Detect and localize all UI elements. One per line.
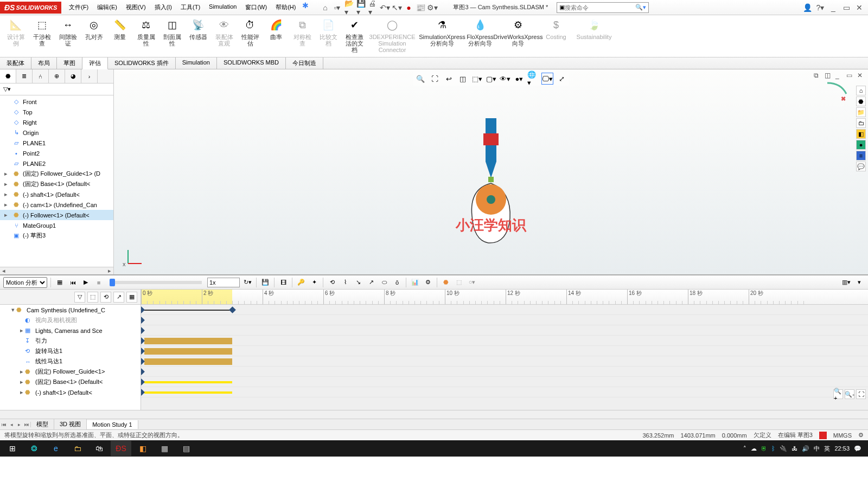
select-icon[interactable]: ↖▾ xyxy=(392,3,401,12)
damper-icon[interactable]: ↘ xyxy=(353,277,363,288)
close-icon[interactable]: ✕ xyxy=(855,3,864,12)
ribbon-曲率[interactable]: 🌈曲率 xyxy=(264,16,289,41)
anim-wizard-icon[interactable]: 🎞 xyxy=(278,277,289,288)
mt-btn4[interactable]: ↗ xyxy=(113,292,124,303)
command-search[interactable]: ▣ 🔍▾ xyxy=(557,2,649,13)
tray-cloud-icon[interactable]: ☁ xyxy=(751,445,757,452)
pin-icon[interactable]: ✱ xyxy=(301,1,310,10)
tree-PLANE2[interactable]: ▱PLANE2 xyxy=(0,158,113,169)
addkey-icon[interactable]: ✦ xyxy=(309,277,320,288)
tray-net-icon[interactable]: 🖧 xyxy=(792,445,797,452)
tree-MateGroup1[interactable]: ⑂MateGroup1 xyxy=(0,220,113,230)
restore-icon[interactable]: ▭ xyxy=(842,3,851,12)
cmdtab-今日制造[interactable]: 今日制造 xyxy=(286,57,323,69)
ribbon-质量属性[interactable]: ⚖质量属性 xyxy=(133,16,158,48)
tree-(-) cam<1> ([interactable]: ▸⬣(-) cam<1> (Undefined_Can xyxy=(0,200,113,210)
ribbon-测量[interactable]: 📏测量 xyxy=(107,16,132,41)
section-icon[interactable]: ◫ xyxy=(457,73,469,85)
status-units[interactable]: MMGS xyxy=(833,432,852,439)
undo-icon[interactable]: ↶▾ xyxy=(380,3,389,12)
timeline-row[interactable] xyxy=(141,377,868,387)
motree-引力[interactable]: ↧引力 xyxy=(0,336,141,346)
help-icon[interactable]: ?▾ xyxy=(816,3,825,12)
tray-notif-icon[interactable]: 💬 xyxy=(854,445,861,452)
ribbon-FloXpress分析向导[interactable]: 💧FloXpress 分析向导 xyxy=(468,16,493,48)
results-icon[interactable]: 📊 xyxy=(410,277,420,288)
tree-(-) shaft<1>[interactable]: ▸⬣(-) shaft<1> (Default< xyxy=(0,189,113,200)
feature-tree[interactable]: ◇Front◇Top◇Right↳Origin▱PLANE1•Point2▱PL… xyxy=(0,95,113,267)
timeline-row[interactable] xyxy=(141,387,868,397)
tray-shield-icon[interactable]: ⛨ xyxy=(761,445,767,452)
filter-motion-icon[interactable]: ▽ xyxy=(74,292,85,303)
status-flag-icon[interactable] xyxy=(819,432,827,439)
study-props-icon[interactable]: ⚙ xyxy=(423,277,433,288)
cmdtab-评估[interactable]: 评估 xyxy=(82,57,108,69)
motree-视向及相机视图[interactable]: ◐视向及相机视图 xyxy=(0,315,141,325)
timeline[interactable]: 0 秒2 秒4 秒6 秒8 秒10 秒12 秒14 秒16 秒18 秒20 秒 … xyxy=(141,290,868,410)
ribbon-剖面属性[interactable]: ◫剖面属性 xyxy=(159,16,184,48)
close-panel-icon[interactable]: ▾ xyxy=(854,277,865,288)
timeline-row[interactable] xyxy=(141,356,868,367)
tp-home-icon[interactable]: ⌂ xyxy=(856,86,866,95)
gravity-icon[interactable]: ō xyxy=(392,277,403,288)
zoom-area-icon[interactable]: ⛶ xyxy=(429,73,441,85)
tray-vol-icon[interactable]: 🔊 xyxy=(802,445,809,452)
playback-speed[interactable] xyxy=(207,278,240,287)
tab-next[interactable]: ▸ xyxy=(15,422,23,427)
prev-view-icon[interactable]: ↩ xyxy=(443,73,455,85)
tp-props-icon[interactable]: ≡ xyxy=(856,151,866,160)
cmdtab-SOLIDWORKS 插件[interactable]: SOLIDWORKS 插件 xyxy=(108,57,176,69)
sim-setup-icon[interactable]: ⬚ xyxy=(454,277,464,288)
motree-Cam Synthe[interactable]: ▾⬣Cam Synthesis (Undefined_C xyxy=(0,305,141,315)
vp-min-icon[interactable]: _ xyxy=(835,72,843,79)
tp-view-icon[interactable]: ◧ xyxy=(856,129,866,139)
motree-(固定) Follo[interactable]: ▸⬣(固定) Follower_Guide<1> xyxy=(0,367,141,377)
motree-(固定) Base<[interactable]: ▸⬣(固定) Base<1> (Default< xyxy=(0,377,141,387)
search-icon[interactable]: 🔍▾ xyxy=(635,4,646,11)
zoom-out-tl-icon[interactable]: 🔍- xyxy=(845,389,854,399)
open-icon[interactable]: 📂▾ xyxy=(344,3,353,12)
display-style-icon[interactable]: ▢▾ xyxy=(485,73,497,85)
autokey-icon[interactable]: 🔑 xyxy=(296,277,307,288)
vp-popout-icon[interactable]: ⧉ xyxy=(814,72,821,79)
mt-btn5[interactable]: ▦ xyxy=(126,292,137,303)
render-icon[interactable]: 🖵▾ xyxy=(541,73,553,85)
tp-explorer-icon[interactable]: 🗀 xyxy=(856,118,866,128)
tray-bt-icon[interactable]: ᛒ xyxy=(771,445,775,452)
tree-(固定) Followe[interactable]: ▸⬣(固定) Follower_Guide<1> (D xyxy=(0,169,113,179)
tab-last[interactable]: ⏭ xyxy=(23,422,30,427)
zoom-fit-icon[interactable]: 🔍 xyxy=(414,73,426,85)
vp-split-icon[interactable]: ◫ xyxy=(825,72,832,79)
tree-Front[interactable]: ◇Front xyxy=(0,97,113,107)
tp-resources-icon[interactable]: ⬣ xyxy=(856,97,866,106)
tb-app6[interactable]: ◧ xyxy=(132,441,153,456)
timeline-row[interactable] xyxy=(141,336,868,346)
ribbon-干涉检查[interactable]: ⬚干涉检查 xyxy=(29,16,54,48)
ribbon-性能评估[interactable]: ⏱性能评估 xyxy=(238,16,263,48)
ribbon-SimulationXpress分析向导[interactable]: ⚗SimulationXpress 分析向导 xyxy=(418,16,467,48)
tray-ime[interactable]: 中 xyxy=(814,445,820,453)
play-start-icon[interactable]: ⏮ xyxy=(67,277,78,288)
ribbon-DriveWorksXpress向导[interactable]: ⚙DriveWorksXpress 向导 xyxy=(494,16,542,48)
menu-view[interactable]: 视图(V) xyxy=(123,1,149,14)
print-icon[interactable]: 🖨▾ xyxy=(368,3,377,12)
tree-Point2[interactable]: •Point2 xyxy=(0,148,113,158)
menu-edit[interactable]: 编辑(E) xyxy=(94,1,120,14)
cmdtab-装配体[interactable]: 装配体 xyxy=(0,57,31,69)
fm-tab-dim[interactable]: ⊕ xyxy=(49,69,65,83)
normal-to-icon[interactable]: ⤢ xyxy=(556,73,567,85)
tab-prev[interactable]: ◂ xyxy=(8,422,15,427)
motion-tree[interactable]: ▽ ⬚ ⟲ ↗ ▦ ▾⬣Cam Synthesis (Undefined_C◐视… xyxy=(0,290,141,410)
motion-type-select[interactable]: Motion 分析 xyxy=(3,277,47,288)
force-icon[interactable]: ↗ xyxy=(366,277,376,288)
vp-max-icon[interactable]: ▭ xyxy=(846,72,854,79)
menu-window[interactable]: 窗口(W) xyxy=(242,1,270,14)
cmdtab-SOLIDWORKS MBD[interactable]: SOLIDWORKS MBD xyxy=(217,57,286,69)
timeline-row[interactable] xyxy=(141,325,868,336)
start-icon[interactable]: ⊞ xyxy=(2,441,23,456)
tray-time[interactable]: 22:53 xyxy=(834,445,850,452)
tree-PLANE1[interactable]: ▱PLANE1 xyxy=(0,138,113,148)
mass-icon[interactable]: ⬣ xyxy=(441,277,451,288)
tb-sw[interactable]: ÐS xyxy=(111,441,131,456)
timeline-row[interactable] xyxy=(141,315,868,325)
